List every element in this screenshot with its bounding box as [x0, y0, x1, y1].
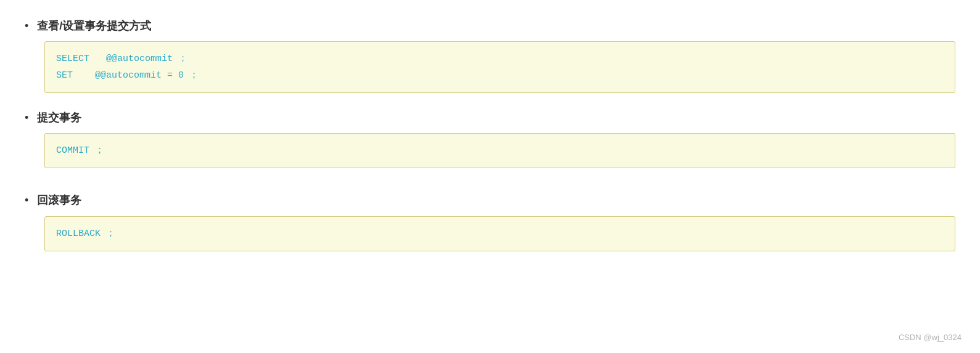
section-commit: • 提交事务 COMMIT ；	[25, 110, 955, 168]
keyword-commit: COMMIT	[56, 145, 89, 156]
code-line-3-1: ROLLBACK ；	[56, 225, 944, 242]
bullet-item-2: • 提交事务	[25, 110, 955, 126]
code-line-1-1: SELECT @@autocommit ；	[56, 51, 944, 67]
code-block-1: SELECT @@autocommit ； SET @@autocommit =…	[44, 41, 955, 93]
code-line-1-2: SET @@autocommit = 0 ；	[56, 67, 944, 84]
bullet-item-1: • 查看/设置事务提交方式	[25, 18, 955, 34]
bullet-dot-3: •	[25, 193, 28, 208]
keyword-select: SELECT	[56, 54, 89, 64]
keyword-rollback: ROLLBACK	[56, 229, 101, 239]
section-rollback: • 回滚事务 ROLLBACK ；	[25, 193, 955, 251]
section-view-set-commit: • 查看/设置事务提交方式 SELECT @@autocommit ； SET …	[25, 18, 955, 93]
bullet-dot-2: •	[25, 110, 28, 126]
code-text-1-1: @@autocommit ；	[95, 54, 187, 64]
code-block-3: ROLLBACK ；	[44, 216, 955, 251]
code-text-1-2: @@autocommit = 0 ；	[78, 70, 199, 81]
section-title-1: 查看/设置事务提交方式	[37, 18, 151, 34]
watermark: CSDN @wj_0324	[899, 333, 961, 342]
bullet-item-3: • 回滚事务	[25, 193, 955, 208]
bullet-dot-1: •	[25, 18, 28, 34]
code-line-2-1: COMMIT ；	[56, 142, 944, 159]
code-text-3-1: ；	[106, 229, 115, 239]
code-block-2: COMMIT ；	[44, 133, 955, 168]
code-text-2-1: ；	[95, 145, 104, 156]
keyword-set: SET	[56, 70, 73, 81]
section-title-3: 回滚事务	[37, 193, 81, 208]
section-title-2: 提交事务	[37, 110, 81, 126]
